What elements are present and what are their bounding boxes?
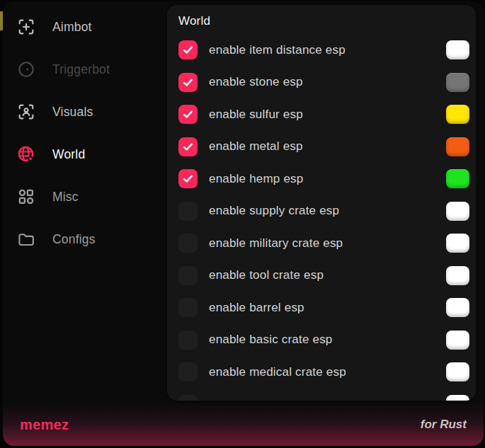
esp-checkbox[interactable] [178, 234, 198, 253]
sidebar-item-aimbot[interactable]: Aimbot [3, 6, 164, 48]
esp-color-swatch[interactable] [446, 202, 469, 221]
esp-option-row: enable supply crate esp [167, 195, 476, 228]
aimbot-crosshair-icon [16, 16, 37, 38]
esp-checkbox[interactable] [178, 266, 198, 285]
esp-color-swatch[interactable] [446, 73, 469, 92]
product-tagline: for Rust [421, 418, 467, 432]
page-title: World [167, 5, 476, 34]
esp-color-swatch[interactable] [446, 137, 469, 156]
sidebar-item-label: Visuals [52, 105, 93, 120]
esp-option-label: enable medical crate esp [209, 365, 346, 379]
esp-option-row: enable item distance esp [167, 34, 476, 67]
esp-checkbox[interactable] [178, 40, 198, 59]
sidebar-item-label: Configs [52, 232, 96, 247]
sidebar-item-label: World [52, 147, 85, 162]
esp-option-label: enable item distance esp [209, 43, 346, 57]
esp-checkbox[interactable] [178, 202, 198, 221]
esp-option-row: enable barrel esp [167, 292, 476, 324]
esp-option-list: enable item distance esp enable stone es… [167, 34, 476, 401]
esp-color-swatch[interactable] [446, 362, 469, 381]
sidebar-item-configs[interactable]: Configs [3, 218, 164, 260]
esp-option-row: enable basic crate esp [167, 324, 476, 357]
sidebar-item-label: Aimbot [52, 20, 92, 35]
esp-option-label: enable stone esp [209, 75, 303, 89]
esp-color-swatch[interactable] [446, 40, 469, 59]
esp-checkbox[interactable] [178, 137, 198, 156]
esp-checkbox[interactable] [178, 298, 198, 317]
esp-option-row: enable tool crate esp [167, 260, 476, 292]
misc-shapes-icon [16, 186, 37, 207]
esp-option-label: enable sulfur esp [209, 108, 303, 122]
esp-option-label: enable metal esp [209, 139, 303, 154]
esp-option-row: enable medical crate esp [167, 356, 476, 389]
esp-checkbox[interactable] [178, 395, 198, 401]
esp-option-label: enable basic crate esp [209, 333, 333, 347]
esp-option-label: enable supply crate esp [209, 204, 339, 218]
esp-checkbox[interactable] [178, 73, 198, 92]
sidebar-item-misc[interactable]: Misc [3, 176, 164, 218]
esp-option-row: enable hemp esp [167, 163, 476, 195]
esp-option-row: enable military crate esp [167, 227, 476, 260]
esp-checkbox[interactable] [178, 362, 198, 381]
esp-color-swatch[interactable] [446, 331, 469, 350]
esp-color-swatch[interactable] [446, 395, 469, 401]
sidebar-item-label: Triggerbot [52, 62, 110, 77]
esp-checkbox[interactable] [178, 105, 198, 124]
esp-color-swatch[interactable] [446, 105, 469, 124]
world-settings-panel: World enable item distance esp enable st… [167, 5, 476, 401]
esp-option-label: enable barrel esp [209, 301, 304, 315]
visuals-person-scan-icon [16, 101, 37, 122]
esp-checkbox[interactable] [178, 169, 198, 188]
esp-option-label: enable military crate esp [209, 236, 343, 251]
footer-bar: memez for Rust [3, 403, 484, 446]
cheat-menu-window: Aimbot Triggerbot Visuals [3, 1, 484, 446]
esp-option-row: enable stone esp [167, 67, 476, 99]
sidebar: Aimbot Triggerbot Visuals [3, 1, 164, 260]
sidebar-item-visuals[interactable]: Visuals [3, 91, 164, 133]
brand-name: memez [20, 417, 69, 433]
esp-color-swatch[interactable] [446, 298, 469, 317]
esp-color-swatch[interactable] [446, 169, 469, 188]
sidebar-item-world[interactable]: World [3, 133, 164, 176]
esp-checkbox[interactable] [178, 331, 198, 350]
sidebar-item-triggerbot[interactable]: Triggerbot [3, 48, 164, 91]
esp-color-swatch[interactable] [446, 234, 469, 253]
esp-option-row [167, 389, 476, 401]
sidebar-item-label: Misc [52, 190, 79, 205]
esp-option-label: enable hemp esp [209, 172, 303, 186]
esp-color-swatch[interactable] [446, 266, 469, 285]
triggerbot-target-icon [16, 59, 37, 80]
world-globe-icon [16, 144, 37, 165]
esp-option-row: enable sulfur esp [167, 98, 476, 131]
esp-option-row: enable metal esp [167, 131, 476, 163]
configs-folder-icon [16, 229, 37, 250]
esp-option-label: enable tool crate esp [209, 268, 324, 282]
